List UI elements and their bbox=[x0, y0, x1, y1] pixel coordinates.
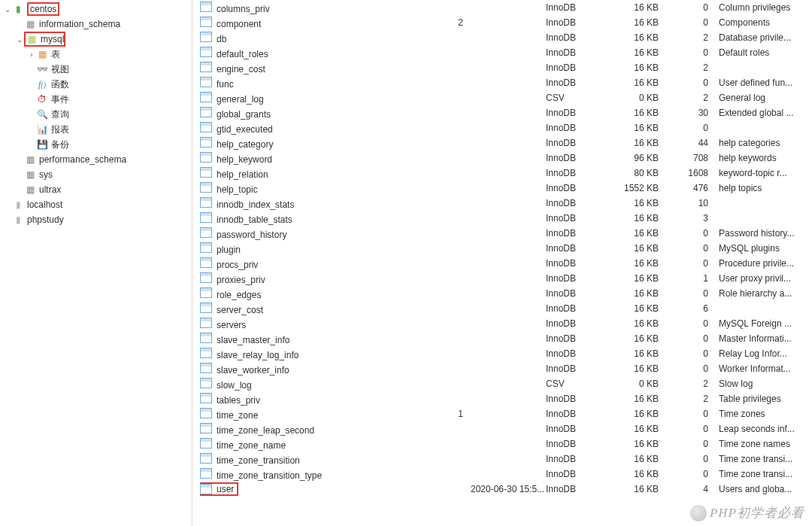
table-row[interactable]: time_zone1InnoDB16 KB0Time zones bbox=[192, 406, 812, 421]
table-row[interactable]: time_zone_transition_typeInnoDB16 KB0Tim… bbox=[192, 467, 812, 482]
table-icon bbox=[200, 438, 212, 448]
expand-icon[interactable]: ⌄ bbox=[3, 5, 12, 14]
tree-node-reports[interactable]: 📊 报表 bbox=[0, 122, 192, 137]
table-row[interactable]: global_grantsInnoDB16 KB30Extended globa… bbox=[192, 105, 812, 120]
tree-node-backups[interactable]: 💾 备份 bbox=[0, 137, 192, 152]
table-comment: User proxy privil... bbox=[719, 273, 812, 284]
table-engine: InnoDB bbox=[546, 62, 621, 73]
table-row[interactable]: engine_costInnoDB16 KB2 bbox=[192, 60, 812, 75]
table-row[interactable]: user2020-06-30 15:5...InnoDB16 KB4Users … bbox=[192, 482, 812, 497]
table-extra: 2 bbox=[433, 17, 471, 28]
table-comment: Time zone transi... bbox=[719, 469, 812, 479]
table-comment: Default roles bbox=[719, 47, 812, 58]
tree-node-views[interactable]: 👓 视图 bbox=[0, 62, 192, 77]
table-row[interactable]: component2InnoDB16 KB0Components bbox=[192, 15, 812, 30]
table-icon bbox=[200, 468, 212, 479]
table-row[interactable]: time_zone_nameInnoDB16 KB0Time zone name… bbox=[192, 436, 812, 452]
table-name: user bbox=[217, 484, 234, 494]
table-name: columns_priv bbox=[217, 4, 270, 14]
watermark-text: PHP初学者必看 bbox=[710, 504, 804, 521]
table-row[interactable]: time_zone_leap_secondInnoDB16 KB0Leap se… bbox=[192, 421, 812, 436]
table-engine: InnoDB bbox=[546, 394, 621, 404]
table-name: help_keyword bbox=[217, 154, 272, 165]
table-row[interactable]: dbInnoDB16 KB2Database privile... bbox=[192, 30, 812, 45]
table-name: servers bbox=[217, 320, 246, 330]
tree-db-ultrax[interactable]: ▦ ultrax bbox=[0, 182, 192, 197]
table-engine: InnoDB bbox=[546, 424, 621, 434]
table-size: 16 KB bbox=[621, 333, 674, 344]
database-icon: ▦ bbox=[24, 18, 36, 30]
table-size: 16 KB bbox=[621, 469, 674, 479]
tree-connection-centos[interactable]: ⌄ ▮ centos bbox=[0, 2, 192, 17]
table-row[interactable]: time_zone_transitionInnoDB16 KB0Time zon… bbox=[192, 452, 812, 467]
table-row[interactable]: server_costInnoDB16 KB6 bbox=[192, 301, 812, 316]
table-icon bbox=[200, 212, 212, 223]
table-name: tables_priv bbox=[217, 395, 260, 406]
table-row[interactable]: procs_privInnoDB16 KB0Procedure privile.… bbox=[192, 256, 812, 271]
table-row[interactable]: pluginInnoDB16 KB0MySQL plugins bbox=[192, 241, 812, 256]
table-rows: 476 bbox=[674, 183, 719, 193]
table-engine: InnoDB bbox=[546, 469, 621, 479]
table-row[interactable]: tables_privInnoDB16 KB2Table privileges bbox=[192, 391, 812, 406]
table-row[interactable]: innodb_index_statsInnoDB16 KB10 bbox=[192, 196, 812, 211]
table-rows: 0 bbox=[674, 2, 719, 13]
table-row[interactable]: help_categoryInnoDB16 KB44help categorie… bbox=[192, 135, 812, 151]
table-row[interactable]: funcInnoDB16 KB0User defined fun... bbox=[192, 75, 812, 90]
table-comment: Time zones bbox=[719, 409, 812, 419]
table-rows: 0 bbox=[674, 363, 719, 374]
table-rows: 0 bbox=[674, 123, 719, 133]
tree-db-sys[interactable]: ▦ sys bbox=[0, 167, 192, 182]
table-row[interactable]: help_keywordInnoDB96 KB708help keywords bbox=[192, 151, 812, 166]
tree-node-queries[interactable]: 🔍 查询 bbox=[0, 107, 192, 122]
table-row[interactable]: slow_logCSV0 KB2Slow log bbox=[192, 376, 812, 391]
table-icon bbox=[200, 287, 212, 298]
tree-connection-localhost[interactable]: ▮ localhost bbox=[0, 197, 192, 212]
tree-db-mysql[interactable]: ⌄ ▦ mysql bbox=[0, 32, 192, 47]
table-name: help_relation bbox=[217, 169, 268, 180]
table-row[interactable]: password_historyInnoDB16 KB0Password his… bbox=[192, 226, 812, 241]
tree-connection-phpstudy[interactable]: ▮ phpstudy bbox=[0, 212, 192, 227]
table-row[interactable]: help_topicInnoDB1552 KB476help topics bbox=[192, 181, 812, 196]
table-row[interactable]: slave_worker_infoInnoDB16 KB0Worker Info… bbox=[192, 361, 812, 376]
tree-node-tables[interactable]: › ▦ 表 bbox=[0, 47, 192, 62]
queries-icon: 🔍 bbox=[36, 108, 48, 120]
table-engine: InnoDB bbox=[546, 153, 621, 163]
table-row[interactable]: default_rolesInnoDB16 KB0Default roles bbox=[192, 45, 812, 60]
table-icon bbox=[200, 408, 212, 418]
table-row[interactable]: role_edgesInnoDB16 KB0Role hierarchy a..… bbox=[192, 286, 812, 301]
tree-node-functions[interactable]: f() 函数 bbox=[0, 77, 192, 92]
table-engine: InnoDB bbox=[546, 138, 621, 148]
table-name: innodb_index_stats bbox=[217, 199, 294, 210]
table-row[interactable]: serversInnoDB16 KB0MySQL Foreign ... bbox=[192, 316, 812, 331]
expand-icon[interactable]: ⌄ bbox=[15, 35, 24, 44]
table-rows: 0 bbox=[674, 454, 719, 464]
expand-icon[interactable]: › bbox=[27, 50, 36, 59]
table-engine: InnoDB bbox=[546, 243, 621, 254]
tree-db-performance-schema[interactable]: ▦ performance_schema bbox=[0, 152, 192, 167]
table-row[interactable]: slave_master_infoInnoDB16 KB0Master Info… bbox=[192, 331, 812, 346]
table-engine: InnoDB bbox=[546, 288, 621, 299]
table-row[interactable]: columns_privInnoDB16 KB0Column privilege… bbox=[192, 0, 812, 15]
table-icon bbox=[200, 363, 212, 373]
table-row[interactable]: help_relationInnoDB80 KB1608keyword-topi… bbox=[192, 166, 812, 181]
table-size: 16 KB bbox=[621, 243, 674, 254]
tree-node-events[interactable]: ⏱ 事件 bbox=[0, 92, 192, 107]
tree-db-information-schema[interactable]: ▦ information_schema bbox=[0, 17, 192, 32]
table-rows: 6 bbox=[674, 303, 719, 314]
table-row[interactable]: innodb_table_statsInnoDB16 KB3 bbox=[192, 211, 812, 226]
table-icon bbox=[200, 272, 212, 283]
table-engine: InnoDB bbox=[546, 228, 621, 239]
functions-icon: f() bbox=[36, 78, 48, 90]
table-name: help_category bbox=[217, 139, 273, 150]
table-comment: Slow log bbox=[719, 379, 812, 389]
table-icon bbox=[200, 303, 212, 313]
table-size: 16 KB bbox=[621, 439, 674, 449]
table-row[interactable]: proxies_privInnoDB16 KB1User proxy privi… bbox=[192, 271, 812, 286]
table-row[interactable]: gtid_executedInnoDB16 KB0 bbox=[192, 120, 812, 135]
table-size: 16 KB bbox=[621, 32, 674, 43]
table-size: 16 KB bbox=[621, 62, 674, 73]
table-icon bbox=[200, 47, 212, 57]
table-row[interactable]: slave_relay_log_infoInnoDB16 KB0Relay Lo… bbox=[192, 346, 812, 361]
table-row[interactable]: general_logCSV0 KB2General log bbox=[192, 90, 812, 105]
table-rows: 0 bbox=[674, 258, 719, 269]
